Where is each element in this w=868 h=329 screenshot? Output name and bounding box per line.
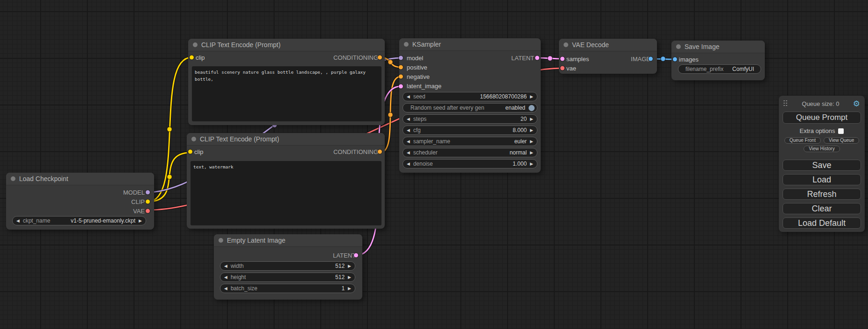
clip-input-port[interactable] <box>190 56 194 60</box>
increment-arrow-icon[interactable]: ▶ <box>530 140 533 144</box>
view-queue-button[interactable]: View Queue <box>824 137 859 144</box>
input-label: samples <box>566 56 589 63</box>
collapse-dot-icon[interactable] <box>219 238 223 243</box>
widget-label: Random seed after every gen <box>410 105 484 111</box>
node-load-checkpoint[interactable]: Load Checkpoint MODEL CLIP VAE ◀ ckpt_na… <box>6 173 154 230</box>
extra-options-checkbox[interactable] <box>838 128 844 134</box>
node-title: Load Checkpoint <box>19 175 68 182</box>
node-save-image[interactable]: Save Image images filename_prefix ComfyU… <box>671 41 765 80</box>
decrement-arrow-icon[interactable]: ◀ <box>407 151 410 155</box>
input-label: images <box>679 56 699 63</box>
latent-output-port[interactable] <box>535 56 539 60</box>
conditioning-output-port[interactable] <box>378 150 382 154</box>
node-empty-latent-image[interactable]: Empty Latent Image LATENT ◀ width 512 ▶ … <box>214 234 362 300</box>
node-clip-text-encode-negative[interactable]: CLIP Text Encode (Prompt) clip CONDITION… <box>187 133 385 229</box>
steps-widget[interactable]: ◀ steps 20 ▶ <box>402 114 537 124</box>
node-ksampler[interactable]: KSampler model LATENT positive negative … <box>399 38 541 173</box>
drag-handle-icon[interactable] <box>783 100 788 107</box>
vae-input-port[interactable] <box>560 66 565 70</box>
collapse-dot-icon[interactable] <box>193 42 198 47</box>
clip-input-port[interactable] <box>188 150 192 154</box>
decrement-arrow-icon[interactable]: ◀ <box>407 162 410 166</box>
increment-arrow-icon[interactable]: ▶ <box>530 151 533 155</box>
widget-value: ComfyUI <box>732 66 754 72</box>
widget-value: 1 <box>341 285 345 292</box>
queue-prompt-button[interactable]: Queue Prompt <box>783 112 861 124</box>
decrement-arrow-icon[interactable]: ◀ <box>224 275 227 280</box>
decrement-arrow-icon[interactable]: ◀ <box>407 128 410 133</box>
node-title: Save Image <box>685 43 720 50</box>
latent-image-input-port[interactable] <box>399 84 403 88</box>
increment-arrow-icon[interactable]: ▶ <box>530 128 533 133</box>
denoise-widget[interactable]: ◀ denoise 1.000 ▶ <box>402 159 537 168</box>
collapse-dot-icon[interactable] <box>404 42 409 47</box>
filename-prefix-widget[interactable]: filename_prefix ComfyUI <box>678 64 761 74</box>
prompt-textarea[interactable]: beautiful scenery nature glass bottle la… <box>192 66 381 121</box>
increment-arrow-icon[interactable]: ▶ <box>348 264 351 268</box>
decrement-arrow-icon[interactable]: ◀ <box>407 95 410 99</box>
sampler-name-widget[interactable]: ◀ sampler_name euler ▶ <box>402 137 537 146</box>
height-widget[interactable]: ◀ height 512 ▶ <box>220 273 355 282</box>
decrement-arrow-icon[interactable]: ◀ <box>224 264 227 268</box>
node-title: KSampler <box>412 41 441 48</box>
decrement-arrow-icon[interactable]: ◀ <box>224 287 227 291</box>
decrement-arrow-icon[interactable]: ◀ <box>16 219 20 223</box>
node-title-bar[interactable]: Save Image <box>671 41 765 53</box>
increment-arrow-icon[interactable]: ▶ <box>139 219 142 223</box>
node-vae-decode[interactable]: VAE Decode samples IMAGE vae <box>559 39 657 74</box>
image-output-port[interactable] <box>649 57 653 61</box>
collapse-dot-icon[interactable] <box>191 137 196 141</box>
increment-arrow-icon[interactable]: ▶ <box>348 287 351 291</box>
increment-arrow-icon[interactable]: ▶ <box>530 117 533 121</box>
node-clip-text-encode-positive[interactable]: CLIP Text Encode (Prompt) clip CONDITION… <box>188 39 385 125</box>
conditioning-output-port[interactable] <box>378 56 382 60</box>
collapse-dot-icon[interactable] <box>11 176 15 181</box>
model-output-port[interactable] <box>146 190 150 195</box>
model-input-port[interactable] <box>399 56 403 60</box>
random-seed-toggle-widget[interactable]: Random seed after every gen enabled <box>402 103 537 112</box>
load-default-button[interactable]: Load Default <box>783 217 861 229</box>
node-title-bar[interactable]: Load Checkpoint <box>6 173 154 185</box>
wire-midpoint <box>167 127 172 132</box>
widget-label: height <box>231 274 246 280</box>
latent-output-port[interactable] <box>354 253 358 258</box>
prompt-textarea[interactable]: text, watermark <box>191 161 381 225</box>
scheduler-widget[interactable]: ◀ scheduler normal ▶ <box>402 148 537 157</box>
increment-arrow-icon[interactable]: ▶ <box>530 162 533 166</box>
refresh-button[interactable]: Refresh <box>783 189 861 200</box>
node-title-bar[interactable]: CLIP Text Encode (Prompt) <box>187 133 385 146</box>
increment-arrow-icon[interactable]: ▶ <box>530 95 533 99</box>
settings-gear-icon[interactable]: ⚙ <box>853 100 860 108</box>
wire-midpoint <box>388 60 393 64</box>
clear-button[interactable]: Clear <box>783 203 861 214</box>
decrement-arrow-icon[interactable]: ◀ <box>407 117 410 121</box>
queue-panel: Queue size: 0 ⚙ Queue Prompt Extra optio… <box>779 96 865 232</box>
widget-label: seed <box>413 93 425 100</box>
cfg-widget[interactable]: ◀ cfg 8.000 ▶ <box>402 126 537 135</box>
node-title-bar[interactable]: KSampler <box>399 38 541 51</box>
node-title-bar[interactable]: VAE Decode <box>559 39 657 51</box>
node-title-bar[interactable]: Empty Latent Image <box>214 234 362 247</box>
batch-size-widget[interactable]: ◀ batch_size 1 ▶ <box>220 284 355 293</box>
decrement-arrow-icon[interactable]: ◀ <box>407 140 410 144</box>
clip-output-port[interactable] <box>146 200 150 204</box>
output-label: MODEL <box>123 189 148 196</box>
width-widget[interactable]: ◀ width 512 ▶ <box>220 261 355 271</box>
negative-input-port[interactable] <box>399 75 403 79</box>
collapse-dot-icon[interactable] <box>676 44 681 49</box>
positive-input-port[interactable] <box>399 65 403 70</box>
load-button[interactable]: Load <box>783 174 861 185</box>
samples-input-port[interactable] <box>560 57 565 61</box>
seed-widget[interactable]: ◀ seed 156680208700286 ▶ <box>402 92 537 101</box>
save-button[interactable]: Save <box>783 160 861 171</box>
queue-front-button[interactable]: Queue Front <box>784 137 821 144</box>
ckpt-name-widget[interactable]: ◀ ckpt_name v1-5-pruned-emaonly.ckpt ▶ <box>12 216 146 225</box>
view-history-button[interactable]: View History <box>804 146 840 152</box>
vae-output-port[interactable] <box>146 209 150 213</box>
node-title-bar[interactable]: CLIP Text Encode (Prompt) <box>188 39 385 51</box>
increment-arrow-icon[interactable]: ▶ <box>348 275 351 280</box>
output-label: CLIP <box>131 198 148 205</box>
images-input-port[interactable] <box>673 57 677 62</box>
toggle-knob-icon[interactable] <box>529 105 535 111</box>
collapse-dot-icon[interactable] <box>564 42 568 47</box>
